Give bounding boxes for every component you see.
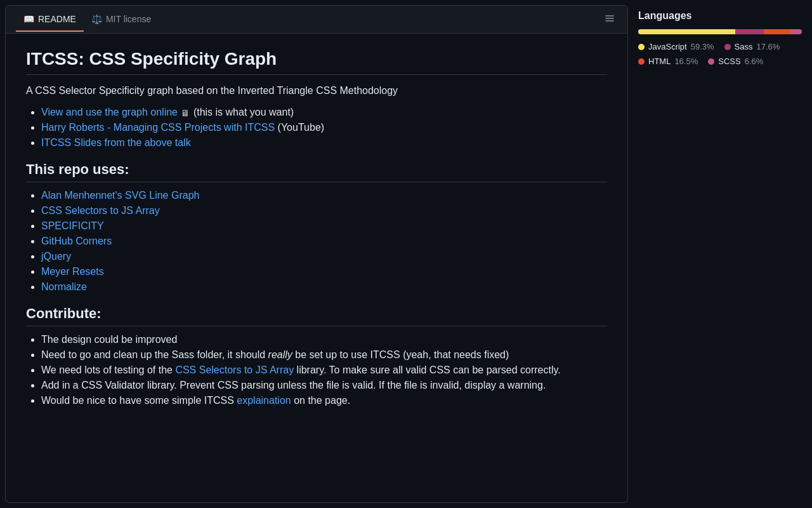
github-corners-link[interactable]: GitHub Corners	[41, 236, 112, 246]
css-selectors-link[interactable]: CSS Selectors to JS Array	[41, 205, 160, 216]
tab-readme[interactable]: 📖 README	[16, 8, 84, 32]
lang-bar-segment	[791, 29, 802, 34]
lang-color-dot	[708, 58, 714, 65]
css-selectors-array-link-2[interactable]: CSS Selectors to JS Array	[175, 364, 294, 375]
readme-body: ITCSS: CSS Specificity Graph A CSS Selec…	[6, 34, 627, 502]
contribute-item-4: Add in a CSS Validator library. Prevent …	[41, 380, 546, 391]
contribute-item-2-prefix: Need to go and clean up the Sass folder,…	[41, 349, 268, 360]
list-item: Meyer Resets	[41, 266, 607, 277]
readme-description: A CSS Selector Specificity graph based o…	[26, 85, 607, 97]
contribute-item-2-suffix: be set up to use ITCSS (yeah, that needs…	[292, 349, 509, 360]
list-item: Would be nice to have some simple ITCSS …	[41, 395, 607, 406]
repo-uses-list: Alan Menhennet's SVG Line Graph CSS Sele…	[26, 190, 607, 293]
list-item: GitHub Corners	[41, 236, 607, 247]
lang-name: JavaScript	[648, 42, 687, 51]
graph-online-link[interactable]: View and use the graph online	[41, 107, 178, 117]
meyer-resets-link[interactable]: Meyer Resets	[41, 266, 104, 277]
lang-color-dot	[638, 58, 645, 65]
normalize-link[interactable]: Normalize	[41, 281, 87, 292]
links-list: View and use the graph online 🖥 (this is…	[26, 107, 607, 149]
sidebar: Languages JavaScript59.3%Sass17.6%HTML16…	[628, 0, 812, 508]
lang-percent: 17.6%	[756, 42, 780, 51]
computer-emoji: 🖥	[181, 108, 190, 118]
lang-bar-segment	[735, 29, 764, 34]
languages-title: Languages	[638, 10, 802, 22]
harry-roberts-suffix: (YouTube)	[278, 122, 325, 133]
language-item: SCSS6.6%	[708, 57, 763, 66]
list-item: Harry Roberts - Managing CSS Projects wi…	[41, 122, 607, 133]
language-item: Sass17.6%	[724, 42, 780, 51]
list-item: CSS Selectors to JS Array	[41, 205, 607, 217]
lang-bar-segment	[638, 29, 735, 34]
contribute-item-2-italic: really	[268, 349, 292, 360]
language-bar	[638, 29, 802, 34]
lang-name: SCSS	[718, 57, 740, 66]
repo-uses-heading: This repo uses:	[26, 161, 607, 182]
lang-bar-segment	[764, 29, 791, 34]
list-item: jQuery	[41, 251, 607, 262]
itcss-slides-link[interactable]: ITCSS Slides from the above talk	[41, 137, 191, 148]
contribute-item-1: The design could be improved	[41, 334, 177, 345]
explaination-link[interactable]: explaination	[237, 395, 291, 406]
lang-color-dot	[638, 44, 645, 50]
tab-bar: 📖 README ⚖️ MIT license	[6, 6, 627, 34]
readme-title: ITCSS: CSS Specificity Graph	[26, 49, 607, 75]
tab-mit-license-label: MIT license	[106, 14, 151, 24]
list-item: We need lots of testing of the CSS Selec…	[41, 364, 607, 376]
list-item: View and use the graph online 🖥 (this is…	[41, 107, 607, 118]
contribute-item-5-prefix: Would be nice to have some simple ITCSS	[41, 395, 237, 406]
language-item: JavaScript59.3%	[638, 42, 714, 51]
readme-icon: 📖	[23, 14, 34, 24]
jquery-link[interactable]: jQuery	[41, 251, 71, 262]
contribute-list: The design could be improved Need to go …	[26, 334, 607, 406]
language-item: HTML16.5%	[638, 57, 698, 66]
lang-percent: 59.3%	[691, 42, 714, 51]
mit-license-icon: ⚖️	[91, 14, 102, 24]
lang-name: Sass	[735, 42, 753, 51]
lang-name: HTML	[648, 57, 671, 66]
list-item: ITCSS Slides from the above talk	[41, 137, 607, 149]
list-item: The design could be improved	[41, 334, 607, 345]
lang-percent: 16.5%	[674, 57, 698, 66]
lang-color-dot	[724, 44, 731, 50]
main-content: 📖 README ⚖️ MIT license ITCSS: CSS Speci…	[5, 5, 628, 503]
harry-roberts-link[interactable]: Harry Roberts - Managing CSS Projects wi…	[41, 122, 275, 133]
list-item: SPECIFICITY	[41, 220, 607, 232]
list-item: Alan Menhennet's SVG Line Graph	[41, 190, 607, 201]
language-list: JavaScript59.3%Sass17.6%HTML16.5%SCSS6.6…	[638, 42, 802, 66]
tab-list-button[interactable]	[602, 11, 617, 28]
contribute-heading: Contribute:	[26, 305, 607, 326]
graph-online-suffix: (this is what you want)	[193, 107, 294, 117]
lang-percent: 6.6%	[745, 57, 764, 66]
contribute-item-3-prefix: We need lots of testing of the	[41, 364, 175, 375]
tab-readme-label: README	[38, 14, 76, 24]
contribute-item-3-suffix: library. To make sure all valid CSS can …	[294, 364, 561, 375]
list-item: Add in a CSS Validator library. Prevent …	[41, 380, 607, 391]
list-item: Need to go and clean up the Sass folder,…	[41, 349, 607, 361]
specificity-link[interactable]: SPECIFICITY	[41, 220, 104, 231]
svg-line-graph-link[interactable]: Alan Menhennet's SVG Line Graph	[41, 190, 199, 201]
contribute-item-5-suffix: on the page.	[291, 395, 350, 406]
list-item: Normalize	[41, 281, 607, 293]
tab-mit-license[interactable]: ⚖️ MIT license	[84, 8, 159, 32]
